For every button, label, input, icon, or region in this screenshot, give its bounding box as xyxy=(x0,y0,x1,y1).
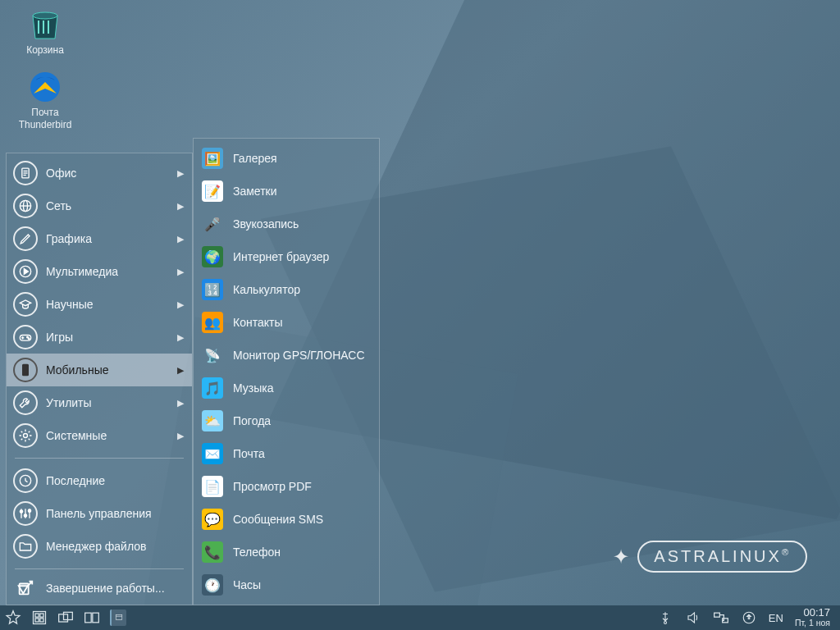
submenu-mobile: 🖼️ Галерея 📝 Заметки 🎤 Звукозапись 🌍 Инт… xyxy=(193,138,380,605)
thunderbird-icon xyxy=(25,71,65,103)
updates-tray-icon[interactable] xyxy=(741,609,757,626)
menu-item-education[interactable]: Научные ▶ xyxy=(7,288,192,321)
gear-icon xyxy=(13,423,38,448)
chevron-right-icon: ▶ xyxy=(177,431,184,441)
submenu-item[interactable]: 🖼️ Галерея xyxy=(194,142,379,175)
menu-item-gamepad[interactable]: Игры ▶ xyxy=(7,321,192,354)
sliders-icon xyxy=(13,501,38,526)
pencil-icon xyxy=(13,226,38,251)
submenu-item[interactable]: 📄 Просмотр PDF xyxy=(194,470,379,503)
submenu-item[interactable]: 🌍 Интернет браузер xyxy=(194,240,379,273)
folder-icon xyxy=(13,534,38,559)
wrench-icon xyxy=(13,390,38,415)
clock-time: 00:17 xyxy=(795,607,830,619)
window-switcher-button[interactable] xyxy=(57,609,74,626)
show-desktop-button[interactable] xyxy=(31,609,48,626)
menu-item-document[interactable]: Офис ▶ xyxy=(7,157,192,189)
svg-rect-33 xyxy=(40,619,43,622)
menu-item-pencil[interactable]: Графика ▶ xyxy=(7,222,192,255)
recent-icon xyxy=(13,468,38,493)
submenu-item-label: Галерея xyxy=(233,152,277,165)
menu-item-label: Панель управления xyxy=(46,507,184,520)
app-icon: 📄 xyxy=(202,476,223,497)
menu-item-phone[interactable]: Мобильные ▶ xyxy=(7,354,192,386)
svg-rect-38 xyxy=(116,615,122,620)
menu-item-sliders[interactable]: Панель управления xyxy=(7,497,192,530)
menu-item-label: Научные xyxy=(46,298,177,311)
app-icon: ⛅ xyxy=(202,410,223,431)
submenu-item[interactable]: 👥 Контакты xyxy=(194,306,379,339)
submenu-item[interactable]: 📞 Телефон xyxy=(194,536,379,568)
menu-item-label: Офис xyxy=(46,167,177,180)
submenu-item-label: Контакты xyxy=(233,316,282,329)
shutdown-menu-item[interactable]: Завершение работы... xyxy=(7,572,192,605)
chevron-right-icon: ▶ xyxy=(177,267,184,277)
lang-code: EN xyxy=(769,612,783,624)
keyboard-layout-indicator[interactable]: EN xyxy=(769,609,783,626)
menu-item-globe[interactable]: Сеть ▶ xyxy=(7,189,192,222)
submenu-item-label: Сообщения SMS xyxy=(233,513,323,526)
app-icon: 📝 xyxy=(202,180,223,202)
svg-point-27 xyxy=(28,509,30,512)
mail-thunderbird-icon[interactable]: Почта Thunderbird xyxy=(12,71,78,130)
submenu-item-label: Музыка xyxy=(233,381,274,395)
trash-bin-icon xyxy=(25,8,65,41)
trash-icon[interactable]: Корзина xyxy=(12,8,78,56)
chevron-right-icon: ▶ xyxy=(177,168,184,179)
svg-point-0 xyxy=(33,12,57,19)
menu-item-folder[interactable]: Менеджер файлов xyxy=(7,530,192,563)
chevron-right-icon: ▶ xyxy=(177,398,184,409)
menu-item-gear[interactable]: Системные ▶ xyxy=(7,419,192,452)
gamepad-icon xyxy=(13,325,38,349)
globe-icon xyxy=(13,194,38,218)
app-icon: 🎵 xyxy=(202,377,223,399)
taskbar-clock[interactable]: 00:17 Пт, 1 ноя xyxy=(795,607,835,628)
svg-rect-2 xyxy=(43,21,44,34)
app-icon: 🌍 xyxy=(202,246,223,267)
chevron-right-icon: ▶ xyxy=(177,332,184,343)
menu-item-label: Последние xyxy=(46,474,184,487)
app-icon: 📞 xyxy=(202,541,223,563)
app-icon: 📡 xyxy=(202,345,223,366)
svg-rect-32 xyxy=(35,619,39,622)
usb-tray-icon[interactable] xyxy=(657,609,673,626)
menu-item-label: Игры xyxy=(46,331,177,344)
submenu-item-label: Просмотр PDF xyxy=(233,480,312,493)
submenu-item-label: Звукозапись xyxy=(233,217,299,231)
trash-label: Корзина xyxy=(12,44,78,56)
menu-item-label: Менеджер файлов xyxy=(46,540,184,553)
submenu-item-label: Заметки xyxy=(233,185,277,198)
submenu-item[interactable]: ✉️ Почта xyxy=(194,437,379,470)
svg-rect-30 xyxy=(35,614,39,617)
brand-name: ASTRALINUX xyxy=(654,547,782,565)
taskbar-active-window[interactable] xyxy=(110,609,126,626)
start-button[interactable] xyxy=(5,609,21,626)
phone-icon xyxy=(13,358,38,382)
svg-point-16 xyxy=(27,336,29,338)
submenu-item[interactable]: 📝 Заметки xyxy=(194,175,379,208)
start-menu: Офис ▶ Сеть ▶ Графика ▶ Мультимедиа ▶ На… xyxy=(6,153,193,605)
submenu-item[interactable]: 📡 Монитор GPS/ГЛОНАСС xyxy=(194,339,379,372)
menu-item-wrench[interactable]: Утилиты ▶ xyxy=(7,386,192,419)
volume-tray-icon[interactable] xyxy=(685,609,701,626)
menu-item-recent[interactable]: Последние xyxy=(7,464,192,497)
submenu-item[interactable]: 💬 Сообщения SMS xyxy=(194,503,379,536)
network-tray-icon[interactable] xyxy=(713,609,729,626)
mail-label: Почта Thunderbird xyxy=(12,107,78,130)
submenu-item[interactable]: 🕐 Часы xyxy=(194,568,379,601)
submenu-item-label: Часы xyxy=(233,578,261,591)
submenu-item[interactable]: 🎤 Звукозапись xyxy=(194,208,379,240)
app-icon: 🖼️ xyxy=(202,148,223,169)
app-icon: 👥 xyxy=(202,312,223,333)
submenu-item[interactable]: 🎵 Музыка xyxy=(194,372,379,404)
menu-item-play[interactable]: Мультимедиа ▶ xyxy=(7,255,192,288)
workspace-switcher-button[interactable] xyxy=(84,609,100,626)
submenu-item[interactable]: ⛅ Погода xyxy=(194,404,379,437)
chevron-right-icon: ▶ xyxy=(177,299,184,310)
menu-item-label: Сеть xyxy=(46,199,177,212)
taskbar: EN 00:17 Пт, 1 ноя xyxy=(0,605,840,630)
document-icon xyxy=(13,161,38,185)
desktop-icons: Корзина Почта Thunderbird xyxy=(12,8,78,145)
menu-divider xyxy=(15,458,184,459)
submenu-item[interactable]: 🔢 Калькулятор xyxy=(194,273,379,306)
